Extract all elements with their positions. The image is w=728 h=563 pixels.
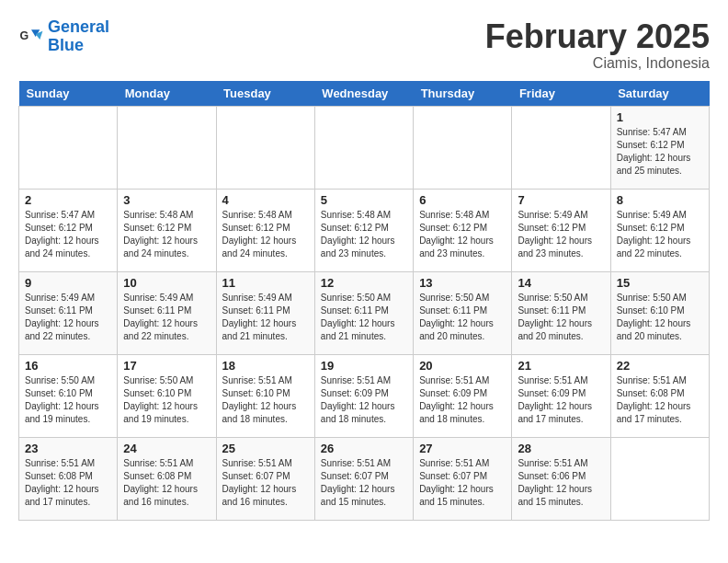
day-number: 6 <box>419 193 506 207</box>
day-info: Sunrise: 5:51 AM Sunset: 6:09 PM Dayligh… <box>321 374 407 426</box>
calendar-cell: 20Sunrise: 5:51 AM Sunset: 6:09 PM Dayli… <box>414 354 512 437</box>
day-info: Sunrise: 5:51 AM Sunset: 6:08 PM Dayligh… <box>25 457 111 509</box>
week-row-4: 16Sunrise: 5:50 AM Sunset: 6:10 PM Dayli… <box>19 354 710 437</box>
dow-header-monday: Monday <box>118 81 216 107</box>
svg-text:G: G <box>20 29 29 42</box>
day-number: 4 <box>222 193 309 207</box>
day-info: Sunrise: 5:49 AM Sunset: 6:12 PM Dayligh… <box>518 209 604 260</box>
day-number: 28 <box>518 442 604 455</box>
calendar-cell: 1Sunrise: 5:47 AM Sunset: 6:12 PM Daylig… <box>610 106 709 189</box>
week-row-3: 9Sunrise: 5:49 AM Sunset: 6:11 PM Daylig… <box>19 271 710 354</box>
dow-header-friday: Friday <box>512 81 610 107</box>
day-info: Sunrise: 5:51 AM Sunset: 6:07 PM Dayligh… <box>419 457 506 509</box>
week-row-2: 2Sunrise: 5:47 AM Sunset: 6:12 PM Daylig… <box>19 189 710 271</box>
dow-header-wednesday: Wednesday <box>314 81 413 107</box>
calendar-cell: 22Sunrise: 5:51 AM Sunset: 6:08 PM Dayli… <box>610 354 709 437</box>
day-number: 5 <box>321 193 407 207</box>
day-number: 11 <box>222 276 309 290</box>
day-number: 12 <box>321 276 407 290</box>
day-info: Sunrise: 5:51 AM Sunset: 6:07 PM Dayligh… <box>222 457 309 509</box>
calendar-cell: 23Sunrise: 5:51 AM Sunset: 6:08 PM Dayli… <box>19 437 118 520</box>
day-number: 22 <box>617 359 703 373</box>
day-info: Sunrise: 5:50 AM Sunset: 6:11 PM Dayligh… <box>518 292 604 343</box>
calendar-cell: 8Sunrise: 5:49 AM Sunset: 6:12 PM Daylig… <box>610 189 709 271</box>
calendar-cell: 15Sunrise: 5:50 AM Sunset: 6:10 PM Dayli… <box>610 271 709 354</box>
days-of-week-row: SundayMondayTuesdayWednesdayThursdayFrid… <box>19 81 710 107</box>
day-info: Sunrise: 5:51 AM Sunset: 6:07 PM Dayligh… <box>321 457 407 509</box>
logo-icon: G <box>18 24 44 50</box>
day-number: 13 <box>419 276 506 290</box>
calendar-cell: 28Sunrise: 5:51 AM Sunset: 6:06 PM Dayli… <box>512 437 610 520</box>
calendar-subtitle: Ciamis, Indonesia <box>485 55 710 72</box>
day-info: Sunrise: 5:51 AM Sunset: 6:08 PM Dayligh… <box>123 457 210 509</box>
calendar-cell: 12Sunrise: 5:50 AM Sunset: 6:11 PM Dayli… <box>314 271 413 354</box>
page-header: G General Blue February 2025 Ciamis, Ind… <box>18 18 710 72</box>
day-number: 20 <box>419 359 506 373</box>
day-info: Sunrise: 5:50 AM Sunset: 6:10 PM Dayligh… <box>617 292 703 343</box>
day-info: Sunrise: 5:49 AM Sunset: 6:11 PM Dayligh… <box>222 292 309 343</box>
calendar-cell: 3Sunrise: 5:48 AM Sunset: 6:12 PM Daylig… <box>118 189 216 271</box>
day-info: Sunrise: 5:51 AM Sunset: 6:09 PM Dayligh… <box>419 374 506 426</box>
calendar-cell <box>19 106 118 189</box>
day-info: Sunrise: 5:48 AM Sunset: 6:12 PM Dayligh… <box>123 209 210 260</box>
day-info: Sunrise: 5:51 AM Sunset: 6:06 PM Dayligh… <box>518 457 604 509</box>
day-number: 27 <box>419 442 506 455</box>
day-number: 14 <box>518 276 604 290</box>
calendar-cell: 17Sunrise: 5:50 AM Sunset: 6:10 PM Dayli… <box>118 354 216 437</box>
day-info: Sunrise: 5:49 AM Sunset: 6:11 PM Dayligh… <box>25 292 111 343</box>
calendar-cell: 27Sunrise: 5:51 AM Sunset: 6:07 PM Dayli… <box>414 437 512 520</box>
week-row-5: 23Sunrise: 5:51 AM Sunset: 6:08 PM Dayli… <box>19 437 710 520</box>
calendar-cell: 26Sunrise: 5:51 AM Sunset: 6:07 PM Dayli… <box>314 437 413 520</box>
day-info: Sunrise: 5:48 AM Sunset: 6:12 PM Dayligh… <box>419 209 506 260</box>
day-info: Sunrise: 5:48 AM Sunset: 6:12 PM Dayligh… <box>321 209 407 260</box>
calendar-cell: 4Sunrise: 5:48 AM Sunset: 6:12 PM Daylig… <box>216 189 314 271</box>
calendar-cell: 10Sunrise: 5:49 AM Sunset: 6:11 PM Dayli… <box>118 271 216 354</box>
day-number: 18 <box>222 359 309 373</box>
calendar-title: February 2025 <box>485 18 710 55</box>
day-info: Sunrise: 5:49 AM Sunset: 6:11 PM Dayligh… <box>123 292 210 343</box>
day-number: 9 <box>25 276 111 290</box>
day-number: 8 <box>617 193 703 207</box>
day-info: Sunrise: 5:48 AM Sunset: 6:12 PM Dayligh… <box>222 209 309 260</box>
day-info: Sunrise: 5:50 AM Sunset: 6:11 PM Dayligh… <box>419 292 506 343</box>
calendar-cell: 11Sunrise: 5:49 AM Sunset: 6:11 PM Dayli… <box>216 271 314 354</box>
calendar-body: 1Sunrise: 5:47 AM Sunset: 6:12 PM Daylig… <box>19 106 710 520</box>
day-number: 26 <box>321 442 407 455</box>
calendar-table: SundayMondayTuesdayWednesdayThursdayFrid… <box>18 81 710 521</box>
calendar-cell: 2Sunrise: 5:47 AM Sunset: 6:12 PM Daylig… <box>19 189 118 271</box>
day-number: 21 <box>518 359 604 373</box>
calendar-cell: 9Sunrise: 5:49 AM Sunset: 6:11 PM Daylig… <box>19 271 118 354</box>
day-info: Sunrise: 5:50 AM Sunset: 6:10 PM Dayligh… <box>123 374 210 426</box>
day-info: Sunrise: 5:47 AM Sunset: 6:12 PM Dayligh… <box>25 209 111 260</box>
calendar-cell <box>512 106 610 189</box>
dow-header-thursday: Thursday <box>414 81 512 107</box>
calendar-cell: 18Sunrise: 5:51 AM Sunset: 6:10 PM Dayli… <box>216 354 314 437</box>
dow-header-sunday: Sunday <box>19 81 118 107</box>
day-number: 2 <box>25 193 111 207</box>
day-info: Sunrise: 5:47 AM Sunset: 6:12 PM Dayligh… <box>617 126 703 178</box>
logo: G General Blue <box>18 18 109 55</box>
calendar-cell <box>314 106 413 189</box>
day-info: Sunrise: 5:51 AM Sunset: 6:08 PM Dayligh… <box>617 374 703 426</box>
day-info: Sunrise: 5:51 AM Sunset: 6:10 PM Dayligh… <box>222 374 309 426</box>
day-number: 1 <box>617 110 703 124</box>
day-number: 23 <box>25 442 111 455</box>
calendar-cell: 6Sunrise: 5:48 AM Sunset: 6:12 PM Daylig… <box>414 189 512 271</box>
title-area: February 2025 Ciamis, Indonesia <box>485 18 710 72</box>
day-number: 3 <box>123 193 210 207</box>
day-number: 10 <box>123 276 210 290</box>
calendar-cell: 16Sunrise: 5:50 AM Sunset: 6:10 PM Dayli… <box>19 354 118 437</box>
calendar-cell: 19Sunrise: 5:51 AM Sunset: 6:09 PM Dayli… <box>314 354 413 437</box>
calendar-cell <box>118 106 216 189</box>
dow-header-saturday: Saturday <box>610 81 709 107</box>
day-info: Sunrise: 5:50 AM Sunset: 6:10 PM Dayligh… <box>25 374 111 426</box>
calendar-cell: 5Sunrise: 5:48 AM Sunset: 6:12 PM Daylig… <box>314 189 413 271</box>
calendar-cell: 21Sunrise: 5:51 AM Sunset: 6:09 PM Dayli… <box>512 354 610 437</box>
day-number: 16 <box>25 359 111 373</box>
day-info: Sunrise: 5:49 AM Sunset: 6:12 PM Dayligh… <box>617 209 703 260</box>
day-info: Sunrise: 5:50 AM Sunset: 6:11 PM Dayligh… <box>321 292 407 343</box>
day-number: 25 <box>222 442 309 455</box>
logo-text: General Blue <box>48 18 109 55</box>
day-number: 17 <box>123 359 210 373</box>
calendar-cell <box>610 437 709 520</box>
